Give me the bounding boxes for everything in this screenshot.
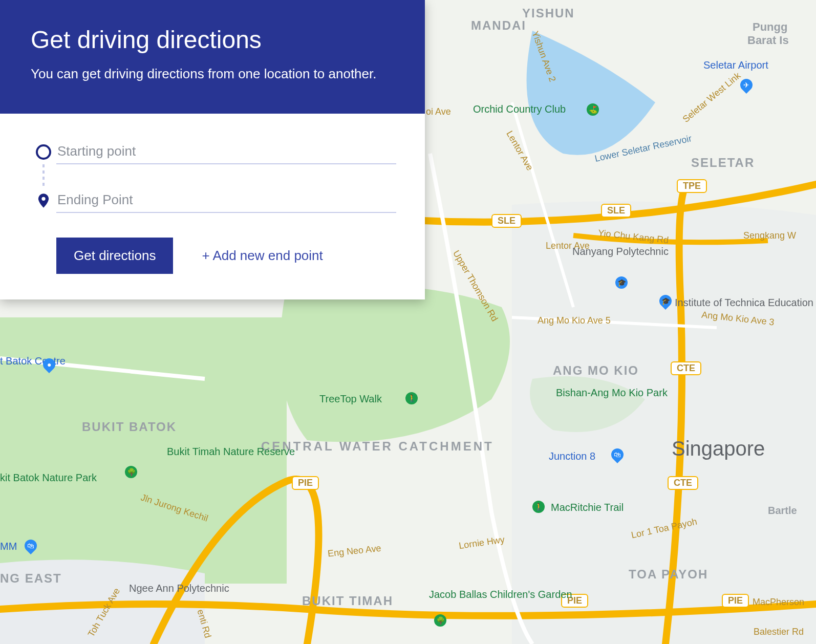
panel-header: Get driving directions You can get drivi… xyxy=(0,0,425,114)
panel-subtitle: You can get driving directions from one … xyxy=(31,65,394,83)
destination-pin-icon xyxy=(38,194,49,208)
origin-circle-icon xyxy=(36,144,51,160)
panel-body: Get directions + Add new end point xyxy=(0,114,425,299)
ending-point-input[interactable] xyxy=(56,188,396,213)
directions-panel: Get driving directions You can get drivi… xyxy=(0,0,425,299)
starting-point-input[interactable] xyxy=(56,139,396,164)
panel-title: Get driving directions xyxy=(31,26,394,54)
add-end-point-button[interactable]: + Add new end point xyxy=(199,247,326,264)
route-connector-icon xyxy=(42,164,45,188)
svg-point-3 xyxy=(41,197,45,200)
get-directions-button[interactable]: Get directions xyxy=(56,238,173,274)
